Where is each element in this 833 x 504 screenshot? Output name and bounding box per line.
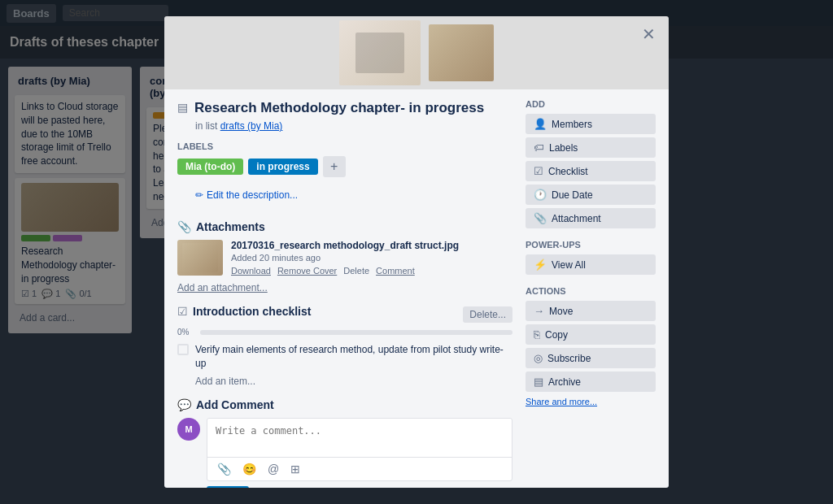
add-attachment-link[interactable]: Add an attachment... [177, 282, 512, 293]
pencil-icon: ✏ [195, 189, 203, 201]
copy-button[interactable]: ⎘ Copy [526, 324, 656, 345]
attachment-links: Download Remove Cover Delete Comment [231, 266, 512, 276]
add-checklist-item-link[interactable]: Add an item... [177, 376, 512, 387]
progress-bar [200, 330, 512, 335]
add-label-button[interactable]: + [323, 156, 346, 177]
send-comment-button[interactable]: Send [207, 486, 249, 488]
labels-section: Labels Mia (to-do) in progress + [177, 141, 512, 177]
subscribe-button[interactable]: ◎ Subscribe [526, 348, 656, 368]
modal-list-link: in list drafts (by Mia) [195, 120, 512, 132]
labels-title: Labels [177, 141, 512, 151]
label-mia-chip[interactable]: Mia (to-do) [177, 159, 243, 175]
modal-main: ▤ Research Methodology chapter- in progr… [177, 99, 512, 488]
list-item: 20170316_research methodology_draft stru… [177, 240, 512, 276]
attachments-header: 📎 Attachments [177, 220, 512, 233]
members-button[interactable]: 👤 Members [526, 114, 656, 134]
edit-description-section: ✏ Edit the description... [177, 189, 512, 211]
checklist-sidebar-icon: ☑ [534, 165, 543, 177]
checklist-item-text: Verify main elements of research method,… [195, 343, 512, 371]
checklist-title-row: ☑ Introduction checklist [177, 305, 311, 318]
subscribe-icon: ◎ [534, 352, 543, 364]
view-all-button[interactable]: ⚡ View All [526, 254, 656, 275]
attachment-info: 20170316_research methodology_draft stru… [231, 240, 512, 276]
modal-body: ▤ Research Methodology chapter- in progr… [164, 89, 669, 488]
attachment-time: Added 20 minutes ago [231, 253, 512, 263]
attachment-button[interactable]: 📎 Attachment [526, 208, 656, 228]
due-date-button[interactable]: 🕐 Due Date [526, 185, 656, 205]
attach-sidebar-icon: 📎 [534, 212, 547, 224]
cover-preview [339, 20, 421, 85]
archive-button[interactable]: ▤ Archive [526, 371, 656, 392]
remove-cover-link[interactable]: Remove Cover [277, 266, 337, 276]
list-item: Verify main elements of research method,… [177, 343, 512, 371]
member-icon: 👤 [534, 118, 547, 130]
due-date-icon: 🕐 [534, 189, 547, 201]
card-icon: ▤ [177, 101, 188, 114]
label-progress-chip[interactable]: in progress [248, 159, 317, 175]
checklist-checkbox[interactable] [177, 344, 189, 355]
comment-toolbar: 📎 😊 @ ⊞ [207, 457, 512, 480]
edit-description-link[interactable]: ✏ Edit the description... [195, 189, 298, 201]
modal-sidebar: Add 👤 Members 🏷 Labels ☑ Checklist 🕐 [526, 99, 656, 488]
attachments-title: Attachments [196, 220, 265, 233]
comment-icon: 💬 [177, 398, 191, 411]
cover-thumbnail [429, 24, 494, 81]
list-name-link[interactable]: drafts (by Mia) [220, 120, 283, 132]
comment-header: 💬 Add Comment [177, 398, 512, 411]
modal-title[interactable]: Research Methodology chapter- in progres… [194, 99, 512, 117]
labels-button[interactable]: 🏷 Labels [526, 137, 656, 158]
comment-input-row: M 📎 😊 @ ⊞ [177, 418, 512, 481]
checklist-header: ☑ Introduction checklist Delete... [177, 305, 512, 324]
comment-input[interactable] [207, 419, 512, 454]
labels-row: Mia (to-do) in progress + [177, 156, 512, 177]
delete-attachment-link[interactable]: Delete [343, 266, 369, 276]
comment-attachment-link[interactable]: Comment [376, 266, 415, 276]
sidebar-actions-section: Actions → Move ⎘ Copy ◎ Subscribe ▤ [526, 286, 656, 406]
checklist-title: Introduction checklist [193, 305, 311, 318]
modal-overlay: ✕ ▤ Research Methodology chapter- in pro… [0, 0, 833, 504]
avatar: M [177, 418, 200, 441]
card-modal: ✕ ▤ Research Methodology chapter- in pro… [164, 16, 669, 488]
label-icon: 🏷 [534, 141, 544, 154]
attach-icon: 📎 [177, 220, 191, 233]
progress-percent: 0% [177, 328, 194, 337]
comment-tool-emoji[interactable]: 😊 [239, 461, 259, 477]
attachment-thumbnail [177, 240, 223, 276]
comment-tool-mention[interactable]: @ [264, 461, 282, 477]
sidebar-actions-title: Actions [526, 286, 656, 296]
comment-section-title: Add Comment [196, 398, 274, 411]
sidebar-powerups-section: Power-Ups ⚡ View All [526, 240, 656, 275]
move-icon: → [534, 305, 544, 317]
sidebar-powerups-title: Power-Ups [526, 240, 656, 250]
archive-icon: ▤ [534, 376, 543, 388]
checklist-section: ☑ Introduction checklist Delete... 0% V [177, 305, 512, 387]
comment-tool-format[interactable]: ⊞ [287, 461, 303, 477]
move-button[interactable]: → Move [526, 301, 656, 321]
share-link[interactable]: Share and more... [526, 397, 656, 406]
progress-bar-row: 0% [177, 328, 512, 337]
copy-icon: ⎘ [534, 328, 540, 341]
checklist-delete-button[interactable]: Delete... [463, 306, 512, 323]
checklist-button[interactable]: ☑ Checklist [526, 161, 656, 181]
comment-box: 📎 😊 @ ⊞ [207, 418, 512, 481]
comment-tool-attach[interactable]: 📎 [214, 461, 234, 477]
attachments-section: 📎 Attachments 20170316_research methodol… [177, 220, 512, 293]
checklist-icon: ☑ [177, 305, 188, 318]
close-button[interactable]: ✕ [635, 23, 662, 46]
sidebar-add-title: Add [526, 99, 656, 109]
modal-cover [164, 16, 669, 89]
download-link[interactable]: Download [231, 266, 271, 276]
add-comment-section: 💬 Add Comment M 📎 😊 @ ⊞ [177, 398, 512, 488]
sidebar-add-section: Add 👤 Members 🏷 Labels ☑ Checklist 🕐 [526, 99, 656, 228]
modal-title-row: ▤ Research Methodology chapter- in progr… [177, 99, 512, 117]
attachment-name: 20170316_research methodology_draft stru… [231, 240, 512, 251]
powerup-icon: ⚡ [534, 259, 547, 271]
